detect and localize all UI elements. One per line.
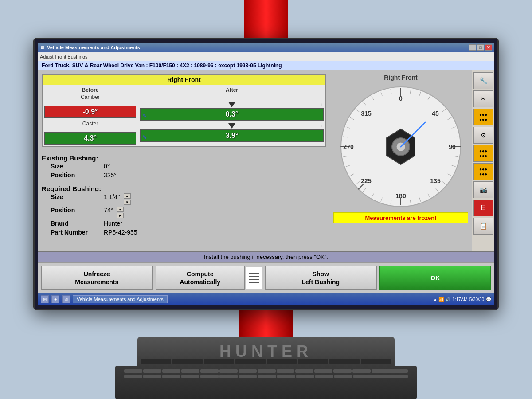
existing-size-value: 0° [104, 163, 110, 170]
caster-after-value: 3.9° [226, 132, 239, 140]
required-part-row: Part Number RP5-42-955 [42, 228, 326, 237]
required-bushing-section: Required Bushing: Size 1 1/4° ▲ ▼ Pos [42, 181, 326, 239]
menu-bar: Adjust Front Bushings [38, 52, 494, 61]
svg-text:135: 135 [430, 177, 441, 184]
required-position-value: 74° [104, 207, 113, 218]
existing-bushing-section: Existing Bushing: Size 0° Position 325° [42, 151, 326, 181]
caster-before-gauge: 4.3° [44, 132, 136, 145]
camber-label-before: Camber [44, 94, 136, 100]
before-label: Before [44, 86, 136, 94]
measurements-table: Right Front Before Camber -0.9° [42, 74, 326, 147]
stand-base: HUNTER [137, 337, 395, 366]
caster-before-value: 4.3° [84, 134, 97, 142]
right-panel: Right Front [330, 70, 472, 251]
taskbar-date: 5/30/30 [469, 297, 484, 302]
monitor-bezel: 🖥 Vehicle Measurements and Adjustments _… [38, 43, 494, 305]
required-position-row: Position 74° ◄ ► [42, 206, 326, 219]
svg-text:225: 225 [361, 177, 372, 184]
existing-size-row: Size 0° [42, 162, 326, 171]
taskbar: ⊞ ✦ 🖥 Vehicle Measurements and Adjustmen… [38, 293, 494, 305]
content-area: Right Front Before Camber -0.9° [38, 70, 494, 251]
keyboard [115, 366, 417, 382]
toolbar-btn-1[interactable]: 🔧 [473, 72, 493, 89]
title-bar-buttons: _ □ ✕ [469, 44, 492, 51]
frozen-message: Measurements are frozen! [333, 212, 468, 223]
position-up-button[interactable]: ◄ [117, 207, 124, 212]
toolbar-btn-2[interactable]: ✂ [473, 90, 493, 107]
taskbar-time: 1:17AM [452, 297, 467, 302]
compute-button[interactable]: ComputeAutomatically [156, 266, 245, 290]
caster-after-gauge: ✎ 3.9° [140, 129, 324, 142]
compass-container: 0 45 90 135 180 225 270 315 [339, 85, 463, 209]
unfreeze-button[interactable]: UnfreezeMeasurements [41, 266, 153, 290]
camber-before-value: -0.9° [83, 108, 98, 116]
screen: 🖥 Vehicle Measurements and Adjustments _… [38, 43, 494, 305]
toolbar-btn-8[interactable]: E [473, 200, 493, 216]
size-up-button[interactable]: ▲ [124, 193, 131, 199]
taskbar-icon-3[interactable]: 🖥 [62, 295, 70, 303]
taskbar-notification: 💬 [486, 297, 491, 302]
show-left-button[interactable]: ShowLeft Bushing [265, 266, 377, 290]
existing-position-value: 325° [104, 172, 117, 179]
required-size-value: 1 1/4° [104, 193, 120, 205]
compute-group: ComputeAutomatically [156, 266, 262, 290]
svg-text:90: 90 [449, 143, 456, 150]
taskbar-icon-2[interactable]: ✦ [51, 295, 59, 303]
existing-position-row: Position 325° [42, 171, 326, 180]
required-part-label: Part Number [51, 229, 104, 236]
toolbar-btn-5[interactable]: ●●●●●● [473, 145, 493, 162]
required-position-label: Position [51, 207, 104, 218]
svg-text:45: 45 [432, 110, 439, 117]
toolbar-btn-7[interactable]: 📷 [473, 181, 493, 198]
pencil-icon: ✎ [142, 113, 147, 119]
bottom-area: Install the bushing if necessary, then p… [38, 251, 494, 305]
taskbar-app[interactable]: Vehicle Measurements and Adjustments [73, 295, 168, 303]
toolbar-btn-9[interactable]: 📋 [473, 218, 493, 235]
stand-vents [137, 357, 395, 366]
measurements-columns: Before Camber -0.9° Caster [43, 85, 325, 146]
close-button[interactable]: ✕ [485, 44, 492, 51]
required-size-label: Size [51, 193, 104, 205]
size-controls: ▲ ▼ [124, 193, 131, 205]
maximize-button[interactable]: □ [477, 44, 484, 51]
keyboard-area [115, 366, 417, 399]
svg-text:0: 0 [399, 95, 403, 102]
existing-size-label: Size [51, 163, 104, 170]
caster-label-before: Caster [44, 121, 136, 127]
monitor-body: 🖥 Vehicle Measurements and Adjustments _… [33, 38, 499, 310]
camber-before-gauge: -0.9° [44, 106, 136, 118]
instruction-bar: Install the bushing if necessary, then p… [38, 251, 494, 262]
compass-svg: 0 45 90 135 180 225 270 315 [339, 85, 463, 209]
position-down-button[interactable]: ► [117, 213, 124, 218]
measurements-header: Right Front [43, 75, 325, 85]
taskbar-icons-area: ▲ 📶 🔊 [433, 297, 450, 302]
icon-line-3 [249, 279, 259, 280]
windows-start-icon[interactable]: ⊞ [41, 295, 49, 303]
vehicle-description: Ford Truck, SUV & Rear Wheel Drive Van :… [42, 63, 282, 69]
svg-text:180: 180 [395, 192, 406, 200]
keyboard-row-1 [124, 369, 408, 373]
window-title: Vehicle Measurements and Adjustments [44, 45, 469, 50]
required-bushing-header: Required Bushing: [42, 185, 326, 192]
required-brand-value: Hunter [104, 220, 122, 227]
keyboard-row-2 [124, 375, 408, 378]
svg-text:270: 270 [343, 143, 354, 150]
required-size-row: Size 1 1/4° ▲ ▼ [42, 192, 326, 206]
after-label: After [140, 86, 324, 94]
size-down-button[interactable]: ▼ [124, 200, 131, 205]
required-brand-label: Brand [51, 220, 104, 227]
toolbar-btn-6[interactable]: ●●●●●● [473, 163, 493, 180]
toolbar-btn-4[interactable]: ⚙ [473, 127, 493, 144]
ok-button[interactable]: OK [379, 266, 492, 290]
pencil-icon-2: ✎ [142, 134, 147, 141]
taskbar-left: ⊞ ✦ 🖥 Vehicle Measurements and Adjustmen… [41, 295, 168, 303]
camber-after-arrow [228, 102, 235, 107]
title-bar: 🖥 Vehicle Measurements and Adjustments _… [38, 43, 494, 52]
toolbar-btn-3[interactable]: ●●●●●● [473, 109, 493, 125]
compute-icon[interactable] [246, 267, 262, 289]
taskbar-right: ▲ 📶 🔊 1:17AM 5/30/30 💬 [433, 297, 491, 302]
button-bar: UnfreezeMeasurements ComputeAutomaticall… [38, 262, 494, 293]
minimize-button[interactable]: _ [469, 44, 476, 51]
vehicle-bar: Ford Truck, SUV & Rear Wheel Drive Van :… [38, 61, 494, 70]
icon-line-4 [249, 282, 259, 283]
